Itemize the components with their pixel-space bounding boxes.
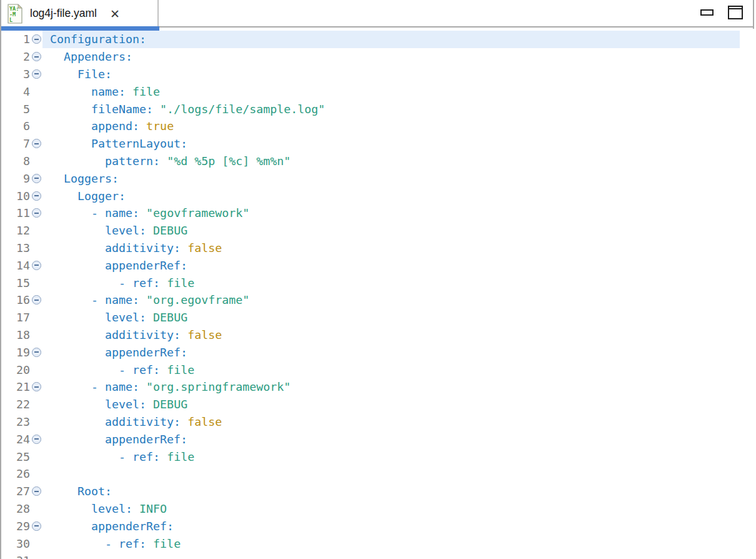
yaml-icon-text-3: L [9,17,12,23]
code-text[interactable]: level: DEBUG [42,222,740,239]
code-line[interactable]: 31 [2,552,740,559]
code-line[interactable]: 19 appenderRef: [2,343,740,361]
code-line[interactable]: 24 appenderRef: [2,430,740,448]
fold-gutter [30,313,42,322]
code-text[interactable]: appenderRef: [42,430,740,448]
code-text[interactable]: Logger: [42,187,740,204]
code-text[interactable]: Loggers: [42,169,740,187]
code-line[interactable]: 14 appenderRef: [2,256,740,274]
code-text[interactable]: name: file [42,83,740,100]
code-text[interactable]: - name: "org.springframework" [42,378,740,396]
code-text[interactable]: Root: [42,483,740,500]
line-number: 12 [2,224,30,237]
code-line[interactable]: 5 fileName: "./logs/file/sample.log" [2,100,740,118]
code-line[interactable]: 29 appenderRef: [2,517,740,535]
code-line[interactable]: 12 level: DEBUG [2,222,740,239]
code-text[interactable]: - ref: file [42,535,740,552]
fold-toggle-icon[interactable] [32,52,41,61]
code-line[interactable]: 18 additivity: false [2,326,740,344]
code-line[interactable]: 2 Appenders: [2,48,740,66]
tab-strip: YA: -M L log4j-file.yaml ✕ [1,0,753,28]
minimize-icon[interactable] [700,9,714,16]
code-line[interactable]: 6 append: true [2,118,740,135]
code-text[interactable]: PatternLayout: [42,135,740,153]
code-text[interactable]: level: DEBUG [42,396,740,413]
code-text[interactable]: - ref: file [42,274,740,291]
code-text[interactable]: append: true [42,118,740,135]
code-editor[interactable]: 1 Configuration: 2 Appenders: 3 File: 4 … [2,29,740,559]
code-line[interactable]: 26 [2,465,740,483]
fold-toggle-icon[interactable] [32,435,41,444]
code-line[interactable]: 28 level: INFO [2,500,740,518]
fold-toggle-icon[interactable] [32,261,41,270]
code-text[interactable]: Appenders: [42,48,740,66]
line-number: 23 [2,415,30,428]
code-line[interactable]: 4 name: file [2,83,740,100]
code-text[interactable]: level: INFO [42,500,740,518]
fold-toggle-icon[interactable] [32,34,41,44]
code-text[interactable]: appenderRef: [42,343,740,361]
code-line[interactable]: 13 additivity: false [2,239,740,257]
line-number: 14 [2,259,30,272]
code-text[interactable]: - ref: file [42,361,740,378]
fold-toggle-icon[interactable] [32,208,41,218]
code-line[interactable]: 30 - ref: file [2,535,740,552]
fold-gutter [30,521,42,531]
code-line[interactable]: 11 - name: "egovframework" [2,204,740,222]
code-text[interactable]: - ref: file [42,448,740,465]
code-text[interactable]: - name: "org.egovframe" [42,291,740,309]
code-text[interactable]: additivity: false [42,326,740,344]
code-line[interactable]: 22 level: DEBUG [2,396,740,413]
line-number: 1 [2,33,30,46]
tab-close-icon[interactable]: ✕ [110,8,120,20]
code-line[interactable]: 20 - ref: file [2,361,740,378]
code-line[interactable]: 3 File: [2,66,740,83]
fold-gutter [30,278,42,288]
overview-ruler[interactable] [740,29,754,559]
tab-title: log4j-file.yaml [30,7,97,21]
code-line[interactable]: 9 Loggers: [2,169,740,187]
fold-toggle-icon[interactable] [32,295,41,305]
line-number: 24 [2,433,30,446]
code-text[interactable]: additivity: false [42,239,740,257]
code-text[interactable] [42,465,740,483]
code-text[interactable]: additivity: false [42,413,740,431]
code-line[interactable]: 1 Configuration: [2,31,740,48]
code-line[interactable]: 16 - name: "org.egovframe" [2,291,740,309]
code-line[interactable]: 10 Logger: [2,187,740,204]
code-line[interactable]: 7 PatternLayout: [2,135,740,153]
fold-toggle-icon[interactable] [32,69,41,79]
fold-toggle-icon[interactable] [32,486,41,496]
code-text[interactable]: Configuration: [42,31,740,48]
code-line[interactable]: 17 level: DEBUG [2,309,740,326]
fold-toggle-icon[interactable] [32,174,41,183]
fold-gutter [30,417,42,426]
code-text[interactable] [42,552,740,559]
fold-toggle-icon[interactable] [32,348,41,357]
code-text[interactable]: appenderRef: [42,517,740,535]
code-text[interactable]: - name: "egovframework" [42,204,740,222]
tab-log4j-file-yaml[interactable]: YA: -M L log4j-file.yaml ✕ [1,0,159,28]
code-text[interactable]: File: [42,66,740,83]
code-text[interactable]: pattern: "%d %5p [%c] %m%n" [42,153,740,170]
code-line[interactable]: 15 - ref: file [2,274,740,291]
code-text[interactable]: level: DEBUG [42,309,740,326]
fold-gutter [30,469,42,478]
code-line[interactable]: 8 pattern: "%d %5p [%c] %m%n" [2,153,740,170]
code-text[interactable]: appenderRef: [42,256,740,274]
line-number: 15 [2,276,30,290]
fold-toggle-icon[interactable] [32,521,41,531]
line-number: 31 [2,554,30,559]
code-text[interactable]: fileName: "./logs/file/sample.log" [42,100,740,118]
fold-toggle-icon[interactable] [32,191,41,201]
maximize-icon[interactable] [728,6,743,19]
fold-toggle-icon[interactable] [32,382,41,391]
code-lines: 1 Configuration: 2 Appenders: 3 File: 4 … [2,31,740,559]
code-line[interactable]: 25 - ref: file [2,448,740,465]
line-number: 21 [2,380,30,393]
code-line[interactable]: 21 - name: "org.springframework" [2,378,740,396]
code-line[interactable]: 27 Root: [2,483,740,500]
code-line[interactable]: 23 additivity: false [2,413,740,431]
fold-gutter [30,243,42,253]
fold-toggle-icon[interactable] [32,139,41,148]
